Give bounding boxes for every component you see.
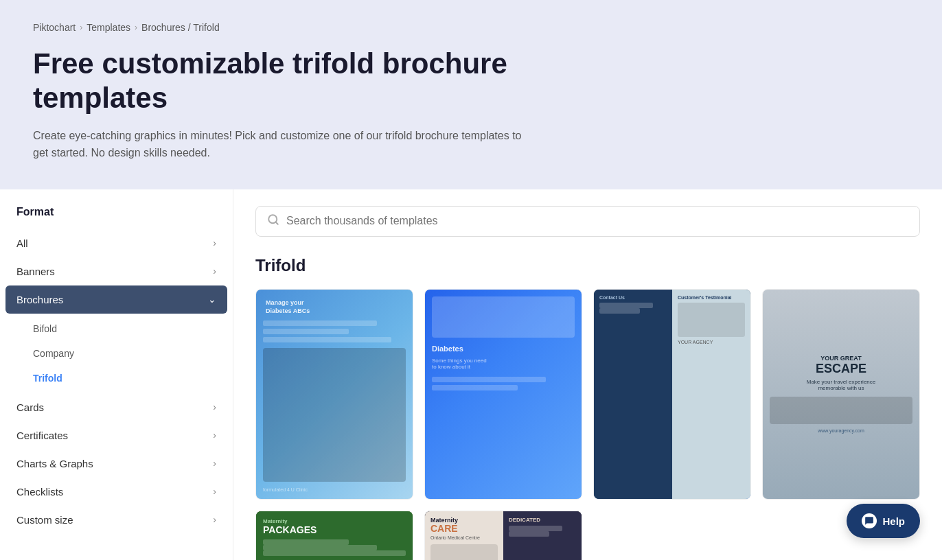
sidebar-item-banners[interactable]: Banners ›: [0, 257, 233, 285]
search-input[interactable]: [286, 215, 908, 227]
page-title: Free customizable trifold brochure templ…: [33, 47, 514, 116]
chevron-right-icon: ›: [213, 458, 216, 469]
sidebar: Format All › Banners › Brochures ⌄ Bifol…: [0, 189, 233, 560]
sidebar-item-checklists[interactable]: Checklists ›: [0, 478, 233, 506]
sidebar-title: Format: [0, 206, 233, 229]
sidebar-label-company: Company: [33, 348, 74, 359]
templates-grid-row1: Manage yourDiabetes ABCs formulated 4 U …: [255, 289, 920, 560]
sidebar-label-certificates: Certificates: [16, 430, 68, 441]
sidebar-label-custom-size: Custom size: [16, 514, 73, 526]
template-card[interactable]: Maternity CARE Ontario Medical Centre DE…: [424, 511, 582, 560]
sidebar-label-charts-graphs: Charts & Graphs: [16, 458, 93, 469]
svg-line-1: [275, 222, 277, 224]
breadcrumb-sep-2: ›: [135, 23, 137, 32]
template-card[interactable]: Diabetes Some things you needto know abo…: [424, 289, 582, 500]
search-bar[interactable]: [255, 206, 920, 237]
sidebar-label-checklists: Checklists: [16, 486, 63, 498]
breadcrumb-current: Brochures / Trifold: [141, 22, 220, 33]
sidebar-item-bifold[interactable]: Bifold: [0, 316, 233, 341]
sidebar-item-trifold[interactable]: Trifold: [0, 366, 233, 390]
template-card[interactable]: Contact Us Customer's Testimonial YOUR A…: [593, 289, 751, 500]
breadcrumb: Piktochart › Templates › Brochures / Tri…: [33, 22, 909, 33]
sidebar-label-trifold: Trifold: [33, 373, 62, 384]
template-card[interactable]: YOUR GREAT ESCAPE Make your travel exper…: [762, 289, 920, 500]
template-card[interactable]: Manage yourDiabetes ABCs formulated 4 U …: [255, 289, 413, 500]
sidebar-item-company[interactable]: Company: [0, 341, 233, 366]
main-content: Format All › Banners › Brochures ⌄ Bifol…: [0, 189, 942, 560]
breadcrumb-templates[interactable]: Templates: [87, 22, 130, 33]
sidebar-label-all: All: [16, 237, 28, 249]
chevron-right-icon: ›: [213, 430, 216, 441]
sidebar-label-banners: Banners: [16, 266, 55, 277]
sidebar-item-all[interactable]: All ›: [0, 229, 233, 257]
help-label: Help: [882, 515, 905, 527]
hero-subtitle: Create eye-catching graphics in minutes!…: [33, 127, 527, 162]
sidebar-item-cards[interactable]: Cards ›: [0, 393, 233, 421]
chevron-right-icon: ›: [213, 514, 216, 525]
chevron-right-icon: ›: [213, 266, 216, 277]
section-heading: Trifold: [255, 256, 920, 275]
sidebar-item-certificates[interactable]: Certificates ›: [0, 421, 233, 450]
sidebar-label-cards: Cards: [16, 401, 44, 413]
sidebar-item-brochures[interactable]: Brochures ⌄: [5, 285, 227, 314]
search-icon: [267, 213, 279, 229]
breadcrumb-home[interactable]: Piktochart: [33, 22, 76, 33]
hero-banner: Piktochart › Templates › Brochures / Tri…: [0, 0, 942, 189]
chat-icon: [862, 513, 877, 528]
sidebar-label-bifold: Bifold: [33, 323, 57, 334]
brochures-sub-menu: Bifold Company Trifold: [0, 314, 233, 393]
chevron-right-icon: ›: [213, 486, 216, 497]
template-card[interactable]: Maternity PACKAGES: [255, 511, 413, 560]
sidebar-item-custom-size[interactable]: Custom size ›: [0, 506, 233, 534]
help-button[interactable]: Help: [847, 504, 920, 538]
chevron-right-icon: ›: [213, 401, 216, 412]
chevron-right-icon: ›: [213, 237, 216, 248]
chevron-down-icon: ⌄: [208, 294, 216, 305]
content-area: Trifold Manage yourDiabetes ABCs formula…: [233, 189, 942, 560]
sidebar-label-brochures: Brochures: [16, 294, 63, 305]
breadcrumb-sep-1: ›: [80, 23, 82, 32]
sidebar-item-charts-graphs[interactable]: Charts & Graphs ›: [0, 450, 233, 478]
